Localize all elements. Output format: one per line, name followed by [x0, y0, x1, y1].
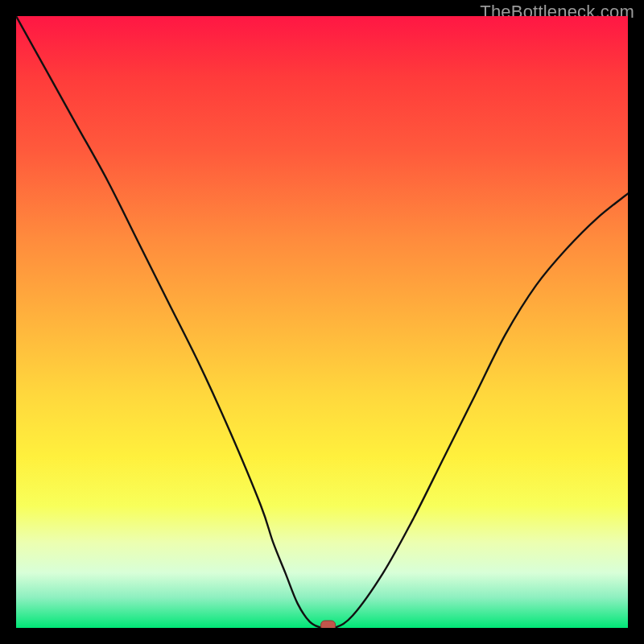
bottleneck-curve [16, 16, 628, 628]
min-marker [321, 621, 336, 628]
plot-area [16, 16, 628, 628]
chart-frame: TheBottleneck.com [0, 0, 644, 644]
chart-svg [16, 16, 628, 628]
